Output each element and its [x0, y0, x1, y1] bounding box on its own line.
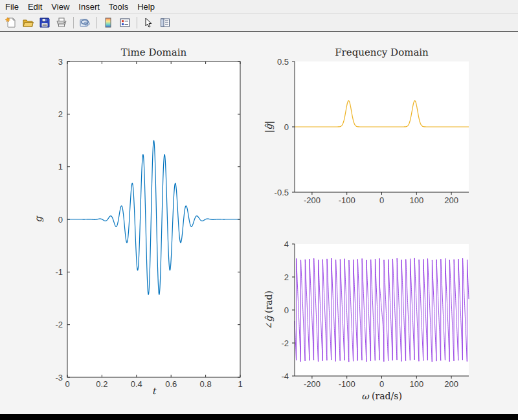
svg-text:2: 2	[58, 109, 63, 119]
svg-text:0.6: 0.6	[165, 379, 177, 389]
menu-edit[interactable]: Edit	[28, 1, 47, 13]
svg-text:-0.5: -0.5	[275, 188, 289, 197]
property-inspector-icon	[159, 17, 171, 28]
svg-text:0: 0	[284, 122, 289, 132]
menu-bar: File Edit View Insert Tools Help	[0, 0, 518, 14]
svg-text:2: 2	[284, 272, 289, 282]
toolbar	[0, 14, 518, 32]
svg-text:|ĝ|: |ĝ|	[264, 121, 275, 133]
svg-text:100: 100	[409, 195, 423, 205]
save-figure-button[interactable]	[38, 16, 52, 30]
bottom-edge-bar	[0, 414, 518, 420]
svg-text:∠ĝ (rad): ∠ĝ (rad)	[264, 291, 275, 329]
svg-text:0.8: 0.8	[200, 379, 212, 389]
new-figure-icon	[5, 17, 17, 28]
figure-window: File Edit View Insert Tools Help	[0, 0, 518, 420]
svg-text:g: g	[33, 215, 44, 222]
link-plot-button[interactable]	[78, 16, 92, 30]
property-inspector-button[interactable]	[158, 16, 172, 30]
menu-insert[interactable]: Insert	[78, 1, 105, 13]
svg-text:0: 0	[58, 215, 63, 225]
toolbar-separator	[137, 17, 137, 28]
svg-text:200: 200	[444, 379, 458, 389]
cursor-arrow-icon	[142, 17, 154, 28]
time-domain-plot: 00.20.40.60.813210-1-2-3Time Domaintg	[26, 39, 256, 408]
open-file-button[interactable]	[21, 16, 35, 30]
svg-text:3: 3	[58, 57, 63, 67]
insert-legend-button[interactable]	[118, 16, 132, 30]
svg-text:0: 0	[65, 379, 69, 389]
print-figure-button[interactable]	[54, 16, 69, 30]
svg-text:t: t	[152, 386, 157, 396]
svg-text:0.2: 0.2	[96, 379, 107, 389]
svg-text:-3: -3	[55, 373, 63, 382]
svg-text:4: 4	[284, 239, 289, 249]
svg-text:Frequency Domain: Frequency Domain	[335, 47, 429, 58]
svg-text:0: 0	[284, 305, 289, 315]
insert-colorbar-button[interactable]	[101, 16, 115, 30]
edit-plot-button[interactable]	[141, 16, 155, 30]
svg-text:-100: -100	[339, 195, 355, 205]
svg-text:-200: -200	[304, 379, 321, 389]
print-icon	[56, 17, 67, 28]
svg-text:1: 1	[238, 379, 242, 389]
menu-file[interactable]: File	[5, 1, 24, 13]
toolbar-separator	[96, 17, 97, 28]
svg-text:0: 0	[379, 379, 384, 389]
svg-text:ω (rad/s): ω (rad/s)	[361, 391, 402, 401]
colorbar-icon	[102, 17, 114, 28]
phase-plot: -200-1000100200420-2-4ω (rad/s)∠ĝ (rad)	[256, 223, 479, 411]
svg-text:-2: -2	[281, 338, 289, 348]
new-figure-button[interactable]	[4, 16, 18, 30]
menu-view[interactable]: View	[51, 1, 74, 13]
open-file-icon	[22, 17, 34, 28]
svg-text:0: 0	[379, 195, 384, 205]
menu-help[interactable]: Help	[137, 1, 160, 13]
svg-text:-100: -100	[339, 379, 355, 389]
menu-tools[interactable]: Tools	[109, 1, 133, 13]
svg-text:-200: -200	[304, 195, 321, 205]
svg-text:200: 200	[444, 195, 458, 205]
legend-icon	[119, 17, 131, 28]
save-icon	[39, 17, 51, 28]
svg-text:-4: -4	[281, 371, 289, 381]
toolbar-separator	[73, 17, 74, 28]
svg-text:-1: -1	[55, 267, 63, 277]
frequency-domain-plot: -200-10001002000.50-0.5Frequency Domain|…	[256, 39, 479, 208]
svg-text:-2: -2	[55, 320, 63, 329]
svg-text:0.4: 0.4	[131, 379, 142, 389]
link-plot-icon	[79, 17, 91, 28]
svg-text:1: 1	[58, 162, 63, 171]
svg-text:Time Domain: Time Domain	[121, 47, 187, 58]
svg-text:100: 100	[409, 379, 423, 389]
svg-text:0.5: 0.5	[277, 57, 289, 67]
